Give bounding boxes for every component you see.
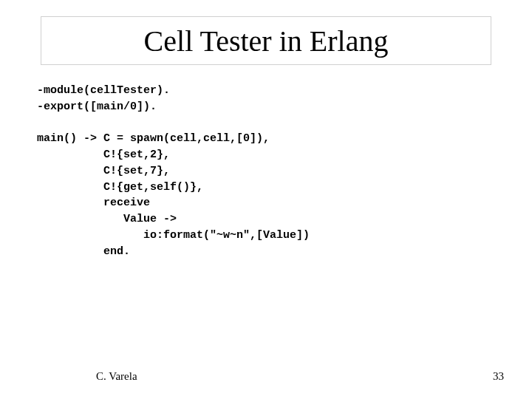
title-box: Cell Tester in Erlang xyxy=(41,16,491,65)
footer-author: C. Varela xyxy=(96,370,137,383)
footer-page-number: 33 xyxy=(493,370,504,383)
code-block: -module(cellTester). -export([main/0]). … xyxy=(37,83,310,259)
slide-title: Cell Tester in Erlang xyxy=(144,24,389,58)
slide: Cell Tester in Erlang -module(cellTester… xyxy=(0,0,532,399)
